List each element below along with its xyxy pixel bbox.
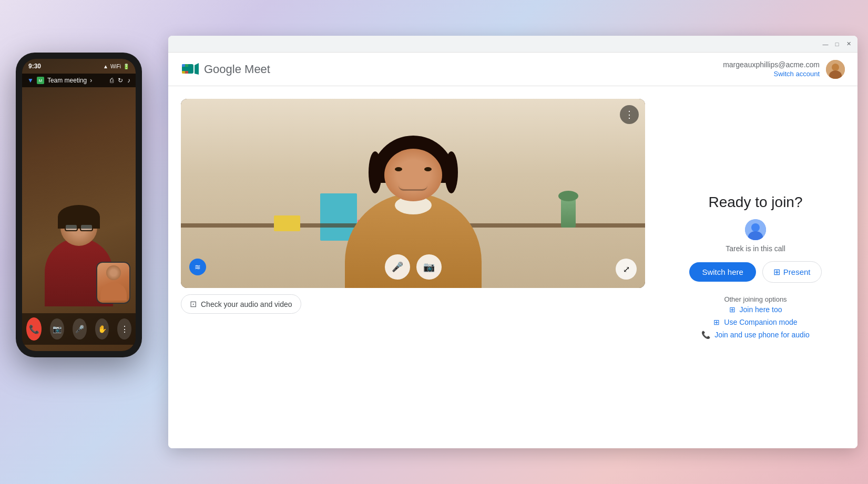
meet-logo: Google Meet <box>181 60 270 79</box>
meet-mini-icon: ▼ <box>27 77 34 84</box>
other-options-title: Other joining options <box>666 295 845 303</box>
svg-rect-5 <box>182 71 185 74</box>
user-avatar <box>826 60 845 79</box>
wifi-icon: WiFi <box>110 64 121 69</box>
caller-info: Tarek is in this call <box>666 219 845 253</box>
wave-icon: ≋ <box>195 263 201 271</box>
phone-more-button[interactable]: ⋮ <box>117 318 131 339</box>
phone-header-icons: ⎙ ↻ ♪ <box>110 77 130 84</box>
companion-mode-label: Use Companion mode <box>724 318 797 326</box>
audio-icon[interactable]: ♪ <box>127 77 130 84</box>
browser-window: — □ ✕ Google Meet <box>168 36 857 448</box>
svg-point-11 <box>751 223 760 232</box>
phone-audio-icon: 📞 <box>701 331 710 339</box>
present-label: Present <box>783 267 811 276</box>
meet-main-area: ⋮ ≋ 🎤 📷 <box>168 86 857 448</box>
phone-controls-bar: 📞 📷 🎤 ✋ ⋮ <box>22 313 136 345</box>
rotate-icon[interactable]: ↻ <box>118 77 123 84</box>
minimize-button[interactable]: — <box>822 40 829 48</box>
video-more-button[interactable]: ⋮ <box>620 105 639 124</box>
end-call-button[interactable]: 📞 <box>26 317 42 341</box>
mic-icon: 🎤 <box>392 261 403 273</box>
phone-meeting-header: ▼ M Team meeting › ⎙ ↻ ♪ <box>22 74 136 87</box>
svg-point-8 <box>832 64 839 71</box>
switch-here-button[interactable]: Switch here <box>689 262 755 282</box>
phone-hand-button[interactable]: ✋ <box>95 318 109 339</box>
caller-in-call-text: Tarek is in this call <box>726 244 785 253</box>
phone-time: 9:30 <box>28 63 41 70</box>
phone-screen: 9:30 ▲ WiFi 🔋 ▼ M Team meeting › ⎙ ↻ ♪ <box>22 59 136 351</box>
video-bg-items <box>274 215 300 231</box>
right-panel: Ready to join? Tarek is in this call Swi <box>666 99 845 436</box>
present-icon: ⊞ <box>773 267 780 277</box>
video-audio-indicator: ≋ <box>189 259 206 275</box>
camera-icon: 📷 <box>423 261 435 273</box>
video-expand-button[interactable]: ⤢ <box>616 259 637 280</box>
meet-app-content: Google Meet margeauxphillips@acme.com Sw… <box>168 53 857 448</box>
video-camera-button[interactable]: 📷 <box>416 254 442 280</box>
companion-mode-option[interactable]: ⊞ Use Companion mode <box>666 316 845 328</box>
phone-self-view <box>96 262 130 304</box>
signal-icon: ▲ <box>103 64 108 69</box>
battery-icon: 🔋 <box>123 64 129 69</box>
video-preview: ⋮ ≋ 🎤 📷 <box>181 99 645 288</box>
meet-logo-icon <box>181 60 200 79</box>
present-button[interactable]: ⊞ Present <box>762 261 822 283</box>
phone-chevron-icon: › <box>90 77 92 84</box>
cast-icon[interactable]: ⎙ <box>110 77 114 84</box>
phone-meeting-title-text: Team meeting <box>47 77 87 84</box>
user-email: margeauxphillips@acme.com <box>723 60 820 69</box>
phone-audio-option[interactable]: 📞 Join and use phone for audio <box>666 328 845 341</box>
meet-header: Google Meet margeauxphillips@acme.com Sw… <box>168 53 857 86</box>
phone-video-background <box>22 59 136 351</box>
close-button[interactable]: ✕ <box>845 40 852 48</box>
phone-mic-button[interactable]: 🎤 <box>73 318 87 339</box>
join-here-too-option[interactable]: ⊞ Join here too <box>666 303 845 316</box>
companion-mode-icon: ⊞ <box>713 318 720 326</box>
other-options-section: Other joining options ⊞ Join here too ⊞ … <box>666 291 845 341</box>
join-here-too-label: Join here too <box>740 305 782 314</box>
more-dots-icon: ⋮ <box>625 109 634 120</box>
svg-rect-3 <box>182 64 185 67</box>
phone-status-bar: 9:30 ▲ WiFi 🔋 <box>22 59 136 74</box>
join-buttons-row: Switch here ⊞ Present <box>666 261 845 283</box>
video-bg-plant <box>561 199 576 228</box>
phone-camera-button[interactable]: 📷 <box>50 318 64 339</box>
maximize-button[interactable]: □ <box>833 40 841 48</box>
check-av-icon: ⊡ <box>190 299 197 309</box>
video-mic-button[interactable]: 🎤 <box>385 254 410 280</box>
switch-account-link[interactable]: Switch account <box>774 70 820 78</box>
ready-title: Ready to join? <box>666 194 845 211</box>
check-audio-video-button[interactable]: ⊡ Check your audio and video <box>181 294 301 314</box>
expand-icon: ⤢ <box>623 264 630 274</box>
check-av-label: Check your audio and video <box>201 300 292 308</box>
caller-avatar <box>745 219 766 240</box>
video-section: ⋮ ≋ 🎤 📷 <box>181 99 645 436</box>
meet-user-section: margeauxphillips@acme.com Switch account <box>723 60 845 79</box>
phone-mockup: 9:30 ▲ WiFi 🔋 ▼ M Team meeting › ⎙ ↻ ♪ <box>16 53 142 357</box>
svg-rect-6 <box>185 71 188 74</box>
meet-logo-text: Google Meet <box>204 63 270 76</box>
phone-status-icons: ▲ WiFi 🔋 <box>103 64 129 69</box>
video-controls-overlay: 🎤 📷 <box>385 254 442 280</box>
join-here-too-icon: ⊞ <box>729 305 736 314</box>
svg-rect-4 <box>185 64 188 67</box>
phone-audio-label: Join and use phone for audio <box>714 331 810 339</box>
phone-meeting-title-section: ▼ M Team meeting › <box>27 77 92 84</box>
browser-titlebar: — □ ✕ <box>168 36 857 53</box>
